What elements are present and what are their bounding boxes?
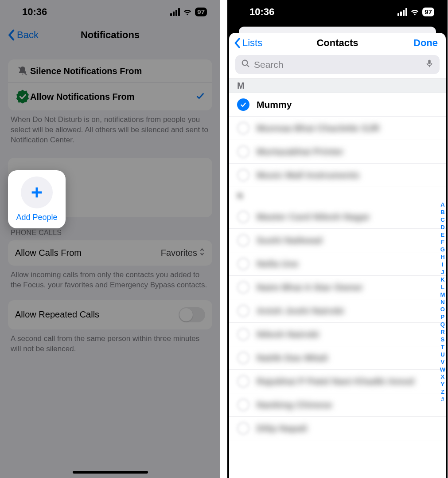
contact-row[interactable]: Dilip Napali bbox=[229, 417, 446, 440]
index-letter[interactable]: R bbox=[440, 329, 444, 336]
index-letter[interactable]: N bbox=[440, 299, 444, 306]
index-letter[interactable]: I bbox=[442, 261, 444, 269]
index-letter[interactable]: J bbox=[441, 269, 444, 276]
repeated-calls-group: Allow Repeated Calls bbox=[8, 300, 212, 329]
contact-row[interactable]: Nanking Chinese bbox=[229, 393, 446, 417]
checkbox-checked-icon[interactable] bbox=[237, 98, 249, 111]
silence-notifications-row[interactable]: Silence Notifications From bbox=[8, 59, 212, 82]
home-indicator[interactable] bbox=[73, 471, 148, 474]
index-letter[interactable]: C bbox=[440, 216, 444, 224]
index-letter[interactable]: V bbox=[441, 359, 445, 366]
lists-button[interactable]: Lists bbox=[234, 37, 262, 49]
add-people-button[interactable]: Add People bbox=[8, 170, 66, 228]
status-time: 10:36 bbox=[249, 6, 274, 18]
index-letter[interactable]: S bbox=[441, 336, 445, 344]
checkbox-unchecked-icon[interactable] bbox=[237, 169, 249, 181]
index-letter[interactable]: # bbox=[441, 396, 444, 404]
allow-description: When Do Not Disturb is on, notifications… bbox=[8, 110, 212, 145]
done-button[interactable]: Done bbox=[413, 37, 438, 49]
nav-header: Back Notifications bbox=[0, 24, 220, 46]
index-letter[interactable]: O bbox=[440, 306, 445, 313]
repeated-calls-label: Allow Repeated Calls bbox=[15, 310, 99, 320]
index-letter[interactable]: E bbox=[441, 231, 445, 239]
contact-name-blurred: Nanking Chinese bbox=[257, 400, 332, 410]
contact-row[interactable]: Naim Bhai A Star Owner bbox=[229, 276, 446, 299]
checkbox-unchecked-icon[interactable] bbox=[237, 422, 249, 435]
cellular-icon bbox=[397, 8, 407, 16]
contact-row[interactable]: Anish Joshi Nairobi bbox=[229, 299, 446, 323]
index-letter[interactable]: B bbox=[440, 209, 444, 216]
index-letter[interactable]: H bbox=[440, 254, 444, 261]
index-letter[interactable]: Y bbox=[441, 381, 445, 388]
index-letter[interactable]: L bbox=[441, 284, 444, 291]
status-indicators: 97 bbox=[397, 7, 434, 17]
page-title: Notifications bbox=[81, 29, 140, 41]
silence-label: Silence Notifications From bbox=[30, 66, 205, 76]
search-input[interactable]: Search bbox=[235, 55, 440, 74]
battery-indicator: 97 bbox=[422, 8, 434, 16]
index-letter[interactable]: G bbox=[440, 246, 445, 254]
checkbox-unchecked-icon[interactable] bbox=[237, 258, 249, 270]
cellular-icon bbox=[170, 8, 180, 16]
index-letter[interactable]: M bbox=[440, 291, 445, 299]
index-letter[interactable]: A bbox=[440, 201, 444, 209]
contact-name-blurred: Rajubhai P Patel Nani Khadki Amod bbox=[257, 376, 414, 387]
contact-row[interactable]: Murtazabhai Printer bbox=[229, 140, 446, 164]
svg-rect-5 bbox=[428, 60, 431, 64]
contact-row[interactable]: Rajubhai P Patel Nani Khadki Amod bbox=[229, 370, 446, 393]
index-letter[interactable]: K bbox=[440, 276, 444, 284]
bell-slash-icon bbox=[15, 66, 30, 76]
contact-row[interactable]: Music Mall Instruments bbox=[229, 164, 446, 187]
index-letter[interactable]: X bbox=[441, 373, 445, 381]
allow-calls-label: Allow Calls From bbox=[15, 248, 82, 258]
status-bar: 10:36 97 bbox=[227, 0, 448, 24]
index-letter[interactable]: P bbox=[441, 313, 445, 321]
repeated-calls-row[interactable]: Allow Repeated Calls bbox=[8, 300, 212, 329]
section-header-m: M bbox=[229, 78, 446, 93]
calls-description: Allow incoming calls from only the conta… bbox=[8, 266, 212, 290]
contact-row[interactable]: Sushi Naikwad bbox=[229, 229, 446, 252]
index-letter[interactable]: F bbox=[441, 239, 444, 246]
status-bar: 10:36 97 bbox=[0, 0, 220, 24]
mic-icon[interactable] bbox=[425, 59, 434, 71]
contact-name-blurred: Munnaa Bhai Chaclette SJR bbox=[257, 123, 380, 133]
allow-calls-from-row[interactable]: Allow Calls From Favorites bbox=[8, 240, 212, 266]
contact-row[interactable]: Nilesh Nairobi bbox=[229, 323, 446, 346]
section-header-blurred: N bbox=[229, 187, 446, 205]
alphabet-index[interactable]: ABCDEFGHIJKLMNOPQRSTUVWXYZ# bbox=[440, 201, 445, 404]
contact-row[interactable]: Nella Uve bbox=[229, 252, 446, 276]
checkbox-unchecked-icon[interactable] bbox=[237, 281, 249, 294]
allow-calls-group: Allow Calls From Favorites bbox=[8, 240, 212, 266]
checkbox-unchecked-icon[interactable] bbox=[237, 145, 249, 158]
contact-name-blurred: Naitik Das Mitali bbox=[257, 353, 328, 363]
index-letter[interactable]: T bbox=[441, 344, 444, 351]
back-button[interactable]: Back bbox=[7, 24, 39, 46]
up-down-chevron-icon bbox=[199, 247, 205, 259]
index-letter[interactable]: Q bbox=[440, 321, 445, 329]
checkbox-unchecked-icon[interactable] bbox=[237, 122, 249, 134]
repeated-calls-toggle[interactable] bbox=[179, 307, 205, 322]
contact-row[interactable]: Master Card Nilesh Nagar bbox=[229, 205, 446, 229]
contact-row-selected[interactable]: Mummy bbox=[229, 93, 446, 117]
allow-label: Allow Notifications From bbox=[30, 92, 195, 102]
index-letter[interactable]: Z bbox=[441, 388, 444, 396]
checkbox-unchecked-icon[interactable] bbox=[237, 328, 249, 341]
search-icon bbox=[241, 59, 250, 71]
contact-row[interactable]: Munnaa Bhai Chaclette SJR bbox=[229, 117, 446, 140]
checkbox-unchecked-icon[interactable] bbox=[237, 399, 249, 411]
contact-name-blurred: Dilip Napali bbox=[257, 423, 307, 434]
verified-icon bbox=[15, 89, 30, 104]
contact-row[interactable]: Naitik Das Mitali bbox=[229, 346, 446, 370]
index-letter[interactable]: U bbox=[440, 351, 444, 359]
contact-name-blurred: Nella Uve bbox=[257, 259, 299, 269]
contact-name-blurred: Anish Joshi Nairobi bbox=[257, 306, 344, 316]
left-screen-content: 10:36 97 Back Notifications bbox=[0, 0, 220, 478]
index-letter[interactable]: W bbox=[440, 366, 445, 374]
index-letter[interactable]: D bbox=[440, 224, 444, 231]
allow-notifications-row[interactable]: Allow Notifications From bbox=[8, 82, 212, 110]
checkbox-unchecked-icon[interactable] bbox=[237, 305, 249, 317]
checkbox-unchecked-icon[interactable] bbox=[237, 234, 249, 247]
checkbox-unchecked-icon[interactable] bbox=[237, 352, 249, 364]
checkbox-unchecked-icon[interactable] bbox=[237, 211, 249, 223]
checkbox-unchecked-icon[interactable] bbox=[237, 375, 249, 388]
